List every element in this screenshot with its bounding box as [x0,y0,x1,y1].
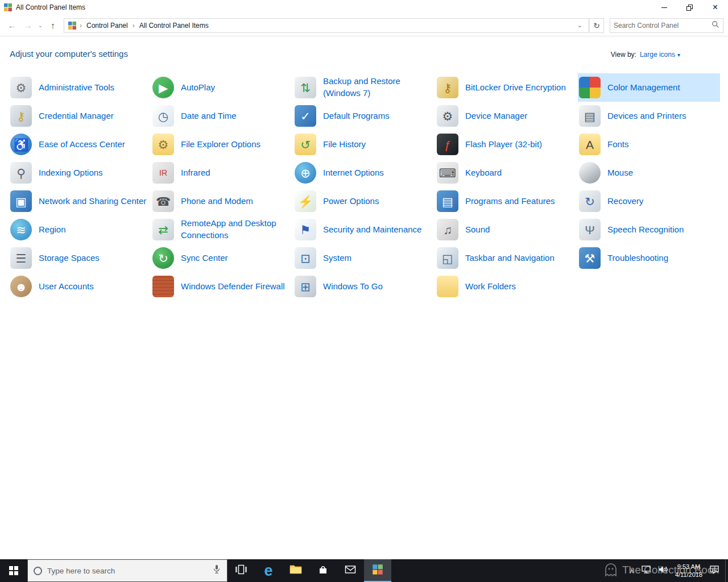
item-label: Color Management [607,82,680,94]
microphone-icon[interactable] [212,564,221,577]
item-troubleshooting[interactable]: ⚒Troubleshooting [578,244,720,272]
refresh-button[interactable]: ↻ [589,18,604,33]
programs-features-icon: ▤ [437,190,458,212]
item-speech-recognition[interactable]: ΨSpeech Recognition [578,215,720,244]
control-panel-button[interactable] [364,559,391,582]
refresh-icon: ↻ [593,21,600,30]
item-color-management[interactable]: Color Management [578,73,720,102]
network-button[interactable] [641,565,651,576]
windows-to-go-icon: ⊞ [295,276,316,297]
item-label: Taskbar and Navigation [465,252,555,264]
start-button[interactable] [0,559,27,582]
edge-icon: e [264,563,272,579]
item-network-and-sharing-center[interactable]: ▣Network and Sharing Center [9,187,151,215]
item-recovery[interactable]: ↻Recovery [578,187,720,215]
item-ease-of-access-center[interactable]: ♿Ease of Access Center [9,130,151,159]
item-keyboard[interactable]: ⌨Keyboard [436,159,578,187]
control-panel-icon [372,564,383,577]
item-label: Recovery [607,196,643,207]
item-label: Region [39,224,66,236]
item-flash-player[interactable]: ƒFlash Player (32-bit) [436,130,578,159]
breadcrumb-all-control-panel-items[interactable]: All Control Panel Items [138,20,210,31]
mail-button[interactable] [337,559,364,582]
task-view-button[interactable] [228,559,255,582]
item-device-manager[interactable]: ⚙Device Manager [436,102,578,130]
item-system[interactable]: ⊡System [293,244,436,272]
item-phone-and-modem[interactable]: ☎Phone and Modem [151,187,293,215]
up-button[interactable]: ↑ [46,18,60,33]
item-windows-defender-firewall[interactable]: Windows Defender Firewall [151,272,293,301]
recent-locations-button[interactable]: ⌄ [36,18,44,33]
show-desktop-button[interactable] [725,559,728,582]
item-label: Windows Defender Firewall [181,281,285,293]
action-center-button[interactable] [709,565,719,576]
item-sound[interactable]: ♫Sound [436,215,578,244]
page-title: Adjust your computer's settings [10,49,128,59]
explorer-search-box[interactable] [610,18,723,33]
item-label: BitLocker Drive Encryption [465,82,566,94]
item-storage-spaces[interactable]: ☰Storage Spaces [9,244,151,272]
network-sharing-icon: ▣ [10,190,32,212]
store-button[interactable] [309,559,337,582]
item-programs-and-features[interactable]: ▤Programs and Features [436,187,578,215]
address-bar[interactable]: › Control Panel › All Control Panel Item… [64,18,589,33]
item-infrared[interactable]: IRInfrared [151,159,293,187]
item-mouse[interactable]: Mouse [578,159,720,187]
work-folders-icon [437,276,458,297]
item-label: Credential Manager [39,110,114,122]
volume-button[interactable] [658,565,668,576]
item-administrative-tools[interactable]: ⚙Administrative Tools [9,73,151,102]
item-devices-and-printers[interactable]: ▤Devices and Printers [578,102,720,130]
item-file-explorer-options[interactable]: ⚙File Explorer Options [151,130,293,159]
restore-button[interactable] [677,0,702,15]
address-dropdown-icon[interactable]: ⌄ [575,22,585,29]
taskbar-search[interactable]: Type here to search [27,559,228,582]
item-backup-and-restore[interactable]: ⇅Backup and Restore (Windows 7) [293,73,436,102]
credential-manager-icon: ⚷ [10,105,32,127]
item-internet-options[interactable]: ⊕Internet Options [293,159,436,187]
item-user-accounts[interactable]: ☻User Accounts [9,272,151,301]
item-fonts[interactable]: AFonts [578,130,720,159]
view-by-dropdown[interactable]: Large icons ▾ [640,51,680,59]
item-region[interactable]: ≋Region [9,215,151,244]
item-windows-to-go[interactable]: ⊞Windows To Go [293,272,436,301]
item-autoplay[interactable]: ▶AutoPlay [151,73,293,102]
chevron-up-icon: ∧ [630,567,634,575]
item-label: Sound [465,224,490,236]
item-date-and-time[interactable]: ◷Date and Time [151,102,293,130]
close-button[interactable]: × [702,0,728,15]
item-file-history[interactable]: ↺File History [293,130,436,159]
breadcrumb-control-panel[interactable]: Control Panel [85,20,130,31]
item-credential-manager[interactable]: ⚷Credential Manager [9,102,151,130]
screen: { "colors": { "link": "#0066cc", "header… [0,0,728,582]
item-label: System [323,252,351,264]
cortana-icon [34,567,42,575]
item-label: Security and Maintenance [323,224,421,236]
minimize-button[interactable] [651,0,677,15]
forward-button[interactable]: → [20,18,35,33]
item-taskbar-and-navigation[interactable]: ◱Taskbar and Navigation [436,244,578,272]
item-sync-center[interactable]: ↻Sync Center [151,244,293,272]
item-label: Administrative Tools [39,82,114,94]
item-label: Keyboard [465,167,502,179]
search-input[interactable] [614,22,709,30]
up-arrow-icon: ↑ [51,20,55,30]
item-bitlocker-drive-encryption[interactable]: ⚷BitLocker Drive Encryption [436,73,578,102]
item-power-options[interactable]: ⚡Power Options [293,187,436,215]
item-security-and-maintenance[interactable]: ⚑Security and Maintenance [293,215,436,244]
breadcrumb-separator-icon: › [133,22,135,30]
file-explorer-button[interactable] [282,559,309,582]
item-remoteapp-and-desktop-connections[interactable]: ⇄RemoteApp and Desktop Connections [151,215,293,244]
task-view-icon [235,564,247,577]
sync-center-icon: ↻ [152,247,174,269]
item-indexing-options[interactable]: ⚲Indexing Options [9,159,151,187]
item-default-programs[interactable]: ✓Default Programs [293,102,436,130]
hidden-icons-button[interactable]: ∧ [630,567,634,575]
item-label: Speech Recognition [607,224,684,236]
tray-clock[interactable]: 9:53 AM 4/11/2018 [675,563,702,579]
item-label: Internet Options [323,167,384,179]
back-button[interactable]: ← [5,18,19,33]
edge-button[interactable]: e [255,559,282,582]
clock-date: 4/11/2018 [675,571,702,579]
item-work-folders[interactable]: Work Folders [436,272,578,301]
